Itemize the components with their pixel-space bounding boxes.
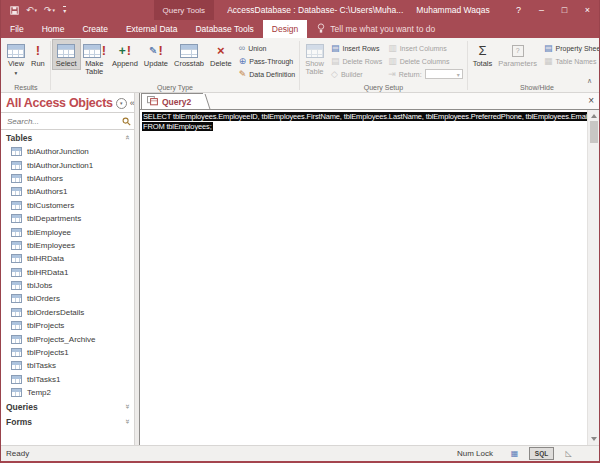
sql-text-line: SELECT tblEmployees.EmployeeID, tblEmplo… [142,112,585,122]
append-button[interactable]: +! Append [109,40,141,69]
account-user-name[interactable]: Muhammad Waqas [416,5,489,15]
run-button[interactable]: ! Run [28,40,48,69]
minimize-icon[interactable]: – [530,0,553,20]
close-document-icon[interactable]: × [583,96,599,106]
update-button[interactable]: ✎! Update [141,40,171,69]
table-item-label: tblAuthorJunction1 [27,161,93,170]
parameters-button[interactable]: ? Parameters [495,40,540,69]
table-item-label: tblAuthors [27,174,63,183]
quick-access-toolbar: ↶▾ ↷▾ ▾ [1,6,75,15]
union-button[interactable]: ∞ Union [239,42,295,54]
design-view-button[interactable]: ◺ [556,447,581,460]
sidebar-table-item[interactable]: tblTasks [1,359,134,372]
sidebar-table-item[interactable]: tblAuthorJunction [1,145,134,158]
crosstab-button[interactable]: Crosstab [171,40,207,69]
pass-through-button[interactable]: ⊕ Pass-Through [239,55,295,67]
redo-icon[interactable]: ↷▾ [44,6,55,15]
search-icon[interactable] [122,112,131,130]
search-input[interactable] [5,116,122,127]
undo-icon[interactable]: ↶▾ [26,6,37,15]
insert-columns-label: Insert Columns [400,45,447,52]
return-dropdown[interactable]: ▾ [425,69,463,79]
sidebar-table-item[interactable]: tblAuthorJunction1 [1,158,134,171]
table-item-label: tblDepartments [27,214,81,223]
tables-group-header[interactable]: Tables « [1,130,134,145]
vertical-scrollbar[interactable] [587,110,599,445]
data-definition-button[interactable]: ✎ Data Definition [239,68,295,80]
save-icon[interactable] [10,6,19,15]
datasheet-view-button[interactable]: ▦ [502,447,527,460]
totals-button[interactable]: Σ Totals [470,40,496,69]
tab-create[interactable]: Create [73,20,117,38]
tab-design[interactable]: Design [263,20,307,38]
sidebar-table-item[interactable]: tblEmployees [1,239,134,252]
table-icon [11,268,22,277]
sidebar-table-item[interactable]: tblHRData [1,252,134,265]
tell-me-box[interactable]: Tell me what you want to do [307,20,445,38]
view-button[interactable]: View ▾ [4,40,28,78]
sql-view-button[interactable]: SQL [529,447,554,460]
sidebar-table-item[interactable]: tblCustomers [1,199,134,212]
pass-through-icon: ⊕ [239,57,247,66]
tab-database-tools[interactable]: Database Tools [186,20,262,38]
delete-query-button[interactable]: × Delete [207,40,235,69]
titlebar: ↶▾ ↷▾ ▾ Query Tools AccessDatabase : Dat… [1,0,599,20]
collapse-group-icon[interactable]: « [122,135,131,139]
sidebar-table-item[interactable]: tblDepartments [1,212,134,225]
scrollbar-thumb[interactable] [590,121,598,143]
scroll-up-icon[interactable] [591,114,597,118]
redo-dropdown-icon[interactable]: ▾ [53,8,56,13]
collapse-ribbon-icon[interactable]: ∧ [587,77,592,85]
builder-label: Builder [341,71,363,78]
sidebar-table-item[interactable]: tblOrdersDetails [1,306,134,319]
select-query-button[interactable]: Select [53,40,80,69]
property-sheet-label: Property Sheet [556,45,599,52]
navigation-menu-icon[interactable]: ▾ [116,98,127,109]
maximize-icon[interactable]: □ [553,0,576,20]
expand-group-icon[interactable]: » [122,420,131,424]
close-icon[interactable]: × [576,0,599,20]
sidebar-table-item[interactable]: tblTasks1 [1,373,134,386]
sql-editor[interactable]: SELECT tblEmployees.EmployeeID, tblEmplo… [140,110,599,445]
undo-dropdown-icon[interactable]: ▾ [35,8,38,13]
show-hide-group-label: Show/Hide [468,84,599,91]
sidebar-table-item[interactable]: tblProjects_Archive [1,332,134,345]
search-bar [1,112,134,130]
document-tab-query2[interactable]: Query2 [141,93,203,109]
query-type-group-label: Query Type [51,84,299,91]
sidebar-table-item[interactable]: tblAuthors1 [1,185,134,198]
builder-button[interactable]: ◇ Builder [331,68,382,80]
view-dropdown-icon[interactable]: ▾ [15,69,18,77]
table-icon [11,294,22,303]
property-sheet-button[interactable]: ▤ Property Sheet [544,42,599,54]
tab-external-data[interactable]: External Data [117,20,187,38]
customize-qat-icon[interactable]: ▾ [62,6,66,14]
show-table-button[interactable]: Show Table [302,40,327,77]
sidebar-table-item[interactable]: tblProjects [1,319,134,332]
tab-home[interactable]: Home [33,20,74,38]
table-item-label: tblProjects_Archive [27,335,95,344]
insert-columns-button[interactable]: ▥ Insert Columns [388,42,463,54]
sidebar-table-item[interactable]: tblEmployee [1,225,134,238]
sidebar-table-item[interactable]: Temp2 [1,386,134,399]
help-icon[interactable]: ? [507,0,530,20]
expand-group-icon[interactable]: » [122,405,131,409]
sidebar-table-item[interactable]: tblHRData1 [1,266,134,279]
delete-columns-label: Delete Columns [400,58,450,65]
table-icon [11,388,22,397]
sidebar-table-item[interactable]: tblAuthors [1,172,134,185]
return-label: Return: [399,71,422,78]
scroll-down-icon[interactable] [591,437,597,441]
builder-icon: ◇ [331,70,338,79]
sidebar-table-item[interactable]: tblOrders [1,292,134,305]
insert-rows-button[interactable]: ▤ Insert Rows [331,42,382,54]
queries-group-header[interactable]: Queries » [1,399,134,414]
table-names-button[interactable]: ▦ Table Names [544,55,599,67]
delete-columns-button[interactable]: ▥ Delete Columns [388,55,463,67]
delete-rows-button[interactable]: ▤ Delete Rows [331,55,382,67]
tab-file[interactable]: File [1,20,33,38]
make-table-button[interactable]: ! Make Table [80,40,109,77]
sidebar-table-item[interactable]: tblProjects1 [1,346,134,359]
sidebar-table-item[interactable]: tblJobs [1,279,134,292]
forms-group-header[interactable]: Forms » [1,414,134,429]
